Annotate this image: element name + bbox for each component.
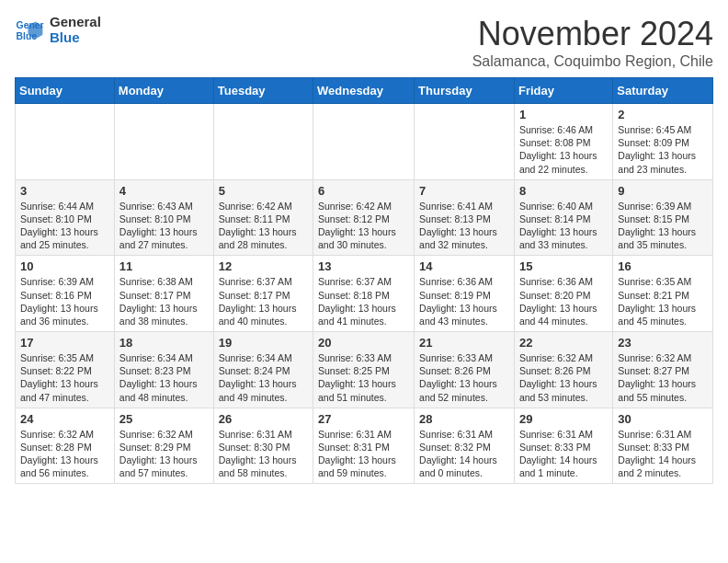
logo-line2: Blue	[50, 30, 101, 46]
day-number: 22	[519, 336, 608, 350]
calendar-cell: 15Sunrise: 6:36 AM Sunset: 8:20 PM Dayli…	[514, 256, 612, 332]
day-number: 5	[219, 184, 308, 198]
weekday-header-wednesday: Wednesday	[313, 78, 415, 104]
day-info: Sunrise: 6:31 AM Sunset: 8:30 PM Dayligh…	[219, 428, 308, 480]
calendar-table: SundayMondayTuesdayWednesdayThursdayFrid…	[15, 77, 713, 484]
calendar-week-3: 10Sunrise: 6:39 AM Sunset: 8:16 PM Dayli…	[16, 256, 713, 332]
day-number: 27	[318, 412, 409, 426]
day-number: 10	[20, 259, 109, 273]
day-number: 21	[419, 336, 509, 350]
day-info: Sunrise: 6:32 AM Sunset: 8:29 PM Dayligh…	[119, 428, 209, 480]
calendar-cell: 20Sunrise: 6:33 AM Sunset: 8:25 PM Dayli…	[313, 332, 415, 408]
day-number: 25	[119, 412, 209, 426]
weekday-header-row: SundayMondayTuesdayWednesdayThursdayFrid…	[16, 78, 713, 104]
day-info: Sunrise: 6:44 AM Sunset: 8:10 PM Dayligh…	[20, 200, 109, 252]
day-number: 14	[419, 259, 509, 273]
day-number: 23	[618, 336, 708, 350]
calendar-cell: 30Sunrise: 6:31 AM Sunset: 8:33 PM Dayli…	[613, 408, 713, 484]
day-info: Sunrise: 6:31 AM Sunset: 8:32 PM Dayligh…	[419, 428, 509, 480]
calendar-cell: 16Sunrise: 6:35 AM Sunset: 8:21 PM Dayli…	[613, 256, 713, 332]
day-info: Sunrise: 6:35 AM Sunset: 8:22 PM Dayligh…	[20, 351, 109, 404]
calendar-cell: 10Sunrise: 6:39 AM Sunset: 8:16 PM Dayli…	[16, 256, 115, 332]
calendar-cell: 24Sunrise: 6:32 AM Sunset: 8:28 PM Dayli…	[16, 408, 115, 484]
day-info: Sunrise: 6:36 AM Sunset: 8:20 PM Dayligh…	[519, 275, 608, 327]
calendar-cell: 9Sunrise: 6:39 AM Sunset: 8:15 PM Daylig…	[613, 179, 713, 256]
day-number: 6	[318, 184, 409, 198]
logo: General Blue General Blue	[15, 15, 101, 45]
calendar-cell	[313, 104, 415, 180]
calendar-cell: 13Sunrise: 6:37 AM Sunset: 8:18 PM Dayli…	[313, 256, 415, 332]
title-block: November 2024 Salamanca, Coquimbo Region…	[472, 15, 713, 70]
day-number: 16	[618, 259, 708, 273]
day-number: 11	[119, 259, 209, 273]
calendar-cell: 11Sunrise: 6:38 AM Sunset: 8:17 PM Dayli…	[114, 256, 213, 332]
logo-line1: General	[50, 15, 101, 30]
day-number: 9	[618, 184, 708, 198]
day-number: 2	[618, 108, 708, 121]
day-number: 13	[318, 259, 409, 273]
day-info: Sunrise: 6:32 AM Sunset: 8:27 PM Dayligh…	[618, 351, 708, 404]
calendar-cell: 8Sunrise: 6:40 AM Sunset: 8:14 PM Daylig…	[514, 179, 612, 256]
calendar-cell: 23Sunrise: 6:32 AM Sunset: 8:27 PM Dayli…	[613, 332, 713, 408]
calendar-week-2: 3Sunrise: 6:44 AM Sunset: 8:10 PM Daylig…	[16, 179, 713, 256]
day-info: Sunrise: 6:31 AM Sunset: 8:31 PM Dayligh…	[318, 428, 409, 480]
calendar-cell	[415, 104, 515, 180]
day-info: Sunrise: 6:31 AM Sunset: 8:33 PM Dayligh…	[618, 428, 708, 480]
calendar-cell: 27Sunrise: 6:31 AM Sunset: 8:31 PM Dayli…	[313, 408, 415, 484]
page-header: General Blue General Blue November 2024 …	[15, 15, 713, 70]
calendar-week-1: 1Sunrise: 6:46 AM Sunset: 8:08 PM Daylig…	[16, 104, 713, 180]
calendar-body: 1Sunrise: 6:46 AM Sunset: 8:08 PM Daylig…	[16, 104, 713, 484]
day-number: 3	[20, 184, 109, 198]
calendar-cell: 6Sunrise: 6:42 AM Sunset: 8:12 PM Daylig…	[313, 179, 415, 256]
calendar-cell: 21Sunrise: 6:33 AM Sunset: 8:26 PM Dayli…	[415, 332, 515, 408]
calendar-cell: 29Sunrise: 6:31 AM Sunset: 8:33 PM Dayli…	[514, 408, 612, 484]
day-number: 30	[618, 412, 708, 426]
calendar-cell: 17Sunrise: 6:35 AM Sunset: 8:22 PM Dayli…	[16, 332, 115, 408]
calendar-cell: 1Sunrise: 6:46 AM Sunset: 8:08 PM Daylig…	[514, 104, 612, 180]
day-number: 8	[519, 184, 608, 198]
day-info: Sunrise: 6:45 AM Sunset: 8:09 PM Dayligh…	[618, 123, 708, 176]
day-number: 26	[219, 412, 308, 426]
weekday-header-tuesday: Tuesday	[213, 78, 313, 104]
day-number: 1	[519, 108, 608, 121]
calendar-cell: 22Sunrise: 6:32 AM Sunset: 8:26 PM Dayli…	[514, 332, 612, 408]
day-number: 28	[419, 412, 509, 426]
month-title: November 2024	[472, 15, 713, 53]
calendar-cell: 5Sunrise: 6:42 AM Sunset: 8:11 PM Daylig…	[213, 179, 313, 256]
day-info: Sunrise: 6:34 AM Sunset: 8:24 PM Dayligh…	[219, 351, 308, 404]
calendar-cell: 7Sunrise: 6:41 AM Sunset: 8:13 PM Daylig…	[415, 179, 515, 256]
calendar-cell: 3Sunrise: 6:44 AM Sunset: 8:10 PM Daylig…	[16, 179, 115, 256]
calendar-cell: 14Sunrise: 6:36 AM Sunset: 8:19 PM Dayli…	[415, 256, 515, 332]
weekday-header-thursday: Thursday	[415, 78, 515, 104]
day-info: Sunrise: 6:39 AM Sunset: 8:15 PM Dayligh…	[618, 200, 708, 252]
day-info: Sunrise: 6:38 AM Sunset: 8:17 PM Dayligh…	[119, 275, 209, 327]
weekday-header-friday: Friday	[514, 78, 612, 104]
day-info: Sunrise: 6:32 AM Sunset: 8:26 PM Dayligh…	[519, 351, 608, 404]
calendar-cell: 4Sunrise: 6:43 AM Sunset: 8:10 PM Daylig…	[114, 179, 213, 256]
calendar-cell	[114, 104, 213, 180]
day-info: Sunrise: 6:31 AM Sunset: 8:33 PM Dayligh…	[519, 428, 608, 480]
location-title: Salamanca, Coquimbo Region, Chile	[472, 53, 713, 70]
calendar-cell: 2Sunrise: 6:45 AM Sunset: 8:09 PM Daylig…	[613, 104, 713, 180]
day-number: 12	[219, 259, 308, 273]
day-number: 24	[20, 412, 109, 426]
day-info: Sunrise: 6:46 AM Sunset: 8:08 PM Dayligh…	[519, 123, 608, 176]
logo-icon: General Blue	[15, 16, 44, 45]
day-info: Sunrise: 6:33 AM Sunset: 8:25 PM Dayligh…	[318, 351, 409, 404]
day-info: Sunrise: 6:42 AM Sunset: 8:11 PM Dayligh…	[219, 200, 308, 252]
day-info: Sunrise: 6:35 AM Sunset: 8:21 PM Dayligh…	[618, 275, 708, 327]
day-number: 15	[519, 259, 608, 273]
day-number: 4	[119, 184, 209, 198]
day-info: Sunrise: 6:34 AM Sunset: 8:23 PM Dayligh…	[119, 351, 209, 404]
day-info: Sunrise: 6:33 AM Sunset: 8:26 PM Dayligh…	[419, 351, 509, 404]
calendar-cell: 12Sunrise: 6:37 AM Sunset: 8:17 PM Dayli…	[213, 256, 313, 332]
day-info: Sunrise: 6:37 AM Sunset: 8:18 PM Dayligh…	[318, 275, 409, 327]
day-number: 18	[119, 336, 209, 350]
calendar-week-5: 24Sunrise: 6:32 AM Sunset: 8:28 PM Dayli…	[16, 408, 713, 484]
day-number: 20	[318, 336, 409, 350]
day-number: 17	[20, 336, 109, 350]
calendar-week-4: 17Sunrise: 6:35 AM Sunset: 8:22 PM Dayli…	[16, 332, 713, 408]
day-info: Sunrise: 6:40 AM Sunset: 8:14 PM Dayligh…	[519, 200, 608, 252]
weekday-header-sunday: Sunday	[16, 78, 115, 104]
calendar-cell	[213, 104, 313, 180]
